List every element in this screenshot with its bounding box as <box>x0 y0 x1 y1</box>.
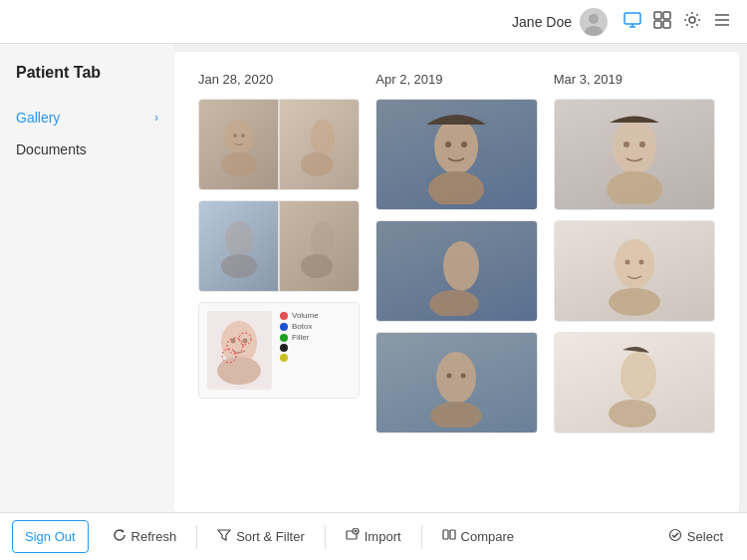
gallery-content: Jan 28, 2020 <box>174 52 739 512</box>
photo-card-double-2[interactable] <box>198 200 360 292</box>
header-icons <box>623 11 731 32</box>
svg-point-36 <box>436 352 476 404</box>
svg-point-31 <box>428 171 484 204</box>
svg-point-39 <box>461 374 466 379</box>
date-label-1: Jan 28, 2020 <box>198 72 360 87</box>
gallery-columns: Jan 28, 2020 <box>198 72 715 443</box>
sidebar-item-gallery[interactable]: Gallery › <box>16 102 158 134</box>
svg-point-16 <box>241 134 245 138</box>
chevron-right-icon: › <box>154 111 158 125</box>
svg-point-34 <box>443 241 479 291</box>
photo-card-annotated[interactable]: Volume Botox Filler <box>198 302 360 399</box>
svg-point-22 <box>301 254 333 278</box>
monitor-icon[interactable] <box>623 11 641 32</box>
separator-3 <box>421 525 422 549</box>
svg-point-32 <box>445 141 451 147</box>
sign-out-button[interactable]: Sign Out <box>12 520 89 553</box>
compare-icon <box>442 528 456 545</box>
bottom-toolbar: Sign Out Refresh Sort & Filter <box>0 512 747 560</box>
separator-2 <box>325 525 326 549</box>
svg-point-0 <box>589 14 599 24</box>
svg-point-37 <box>430 402 482 427</box>
svg-point-38 <box>447 374 452 379</box>
svg-point-19 <box>225 221 253 257</box>
svg-point-45 <box>609 288 660 316</box>
gallery-column-3: Mar 3, 2019 <box>554 72 715 443</box>
svg-marker-50 <box>218 530 230 540</box>
svg-point-43 <box>639 141 645 147</box>
refresh-icon <box>113 528 126 545</box>
svg-rect-56 <box>450 530 455 539</box>
face-photo <box>280 201 359 291</box>
photo-card-single-3[interactable] <box>375 332 537 433</box>
svg-point-15 <box>233 134 237 138</box>
filter-icon <box>217 528 231 545</box>
settings-icon[interactable] <box>683 11 701 32</box>
gallery-column-2: Apr 2, 2019 <box>375 72 537 443</box>
photo-card-single-2[interactable] <box>375 220 537 322</box>
date-label-3: Mar 3, 2019 <box>554 72 715 87</box>
avatar <box>580 8 608 36</box>
user-info: Jane Doe <box>512 8 608 36</box>
main-layout: Patient Tab Gallery › Documents Jan 28, … <box>0 44 747 512</box>
svg-point-48 <box>621 352 656 400</box>
svg-point-47 <box>638 260 643 265</box>
photo-card-double-1[interactable] <box>198 99 360 190</box>
face-photo <box>199 201 278 291</box>
svg-point-9 <box>689 17 695 23</box>
svg-point-14 <box>221 152 257 176</box>
top-header: Jane Doe <box>0 0 747 44</box>
svg-point-26 <box>243 339 248 344</box>
svg-rect-5 <box>654 12 661 19</box>
svg-rect-8 <box>663 21 670 28</box>
photo-card-single-4[interactable] <box>554 99 715 210</box>
sidebar: Patient Tab Gallery › Documents <box>0 44 174 512</box>
svg-point-18 <box>301 152 333 176</box>
svg-point-35 <box>429 290 479 316</box>
photo-card-single-1[interactable] <box>375 99 537 210</box>
svg-point-46 <box>624 260 629 265</box>
sidebar-title: Patient Tab <box>16 64 158 82</box>
svg-rect-55 <box>443 530 448 539</box>
svg-rect-2 <box>624 13 640 24</box>
menu-icon[interactable] <box>713 11 731 32</box>
sort-filter-button[interactable]: Sort & Filter <box>205 520 317 553</box>
svg-point-40 <box>613 119 656 174</box>
date-label-2: Apr 2, 2019 <box>375 72 537 87</box>
svg-point-41 <box>607 171 662 204</box>
svg-rect-7 <box>654 21 661 28</box>
face-photo <box>280 100 359 189</box>
user-name-label: Jane Doe <box>512 14 572 30</box>
svg-point-33 <box>461 141 467 147</box>
refresh-button[interactable]: Refresh <box>101 520 189 553</box>
svg-point-1 <box>585 26 603 36</box>
svg-point-20 <box>221 254 257 278</box>
photo-card-single-5[interactable] <box>554 220 715 322</box>
svg-point-30 <box>434 119 478 174</box>
photo-card-single-6[interactable] <box>554 332 715 433</box>
svg-point-42 <box>623 141 629 147</box>
import-icon <box>346 528 360 545</box>
compare-button[interactable]: Compare <box>430 520 526 553</box>
separator-1 <box>196 525 197 549</box>
import-button[interactable]: Import <box>334 520 413 553</box>
svg-point-17 <box>311 120 335 155</box>
select-icon <box>668 528 682 545</box>
face-photo <box>199 100 278 189</box>
svg-point-21 <box>311 221 335 257</box>
svg-point-49 <box>609 400 656 427</box>
grid-four-icon[interactable] <box>653 11 671 32</box>
gallery-column-1: Jan 28, 2020 <box>198 72 360 443</box>
annotation-legend: Volume Botox Filler <box>280 311 351 390</box>
svg-point-13 <box>225 120 253 155</box>
svg-point-44 <box>615 239 654 289</box>
sidebar-item-documents[interactable]: Documents <box>16 134 158 165</box>
select-button[interactable]: Select <box>656 520 735 553</box>
svg-rect-6 <box>663 12 670 19</box>
